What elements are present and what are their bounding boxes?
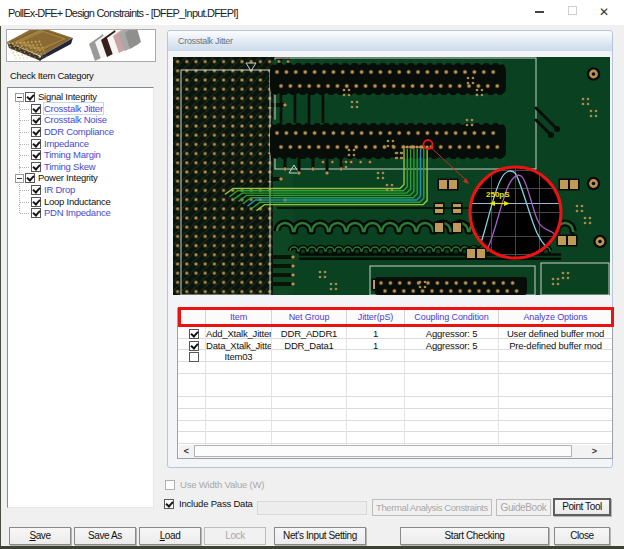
svg-text:250pS: 250pS [486, 190, 510, 199]
